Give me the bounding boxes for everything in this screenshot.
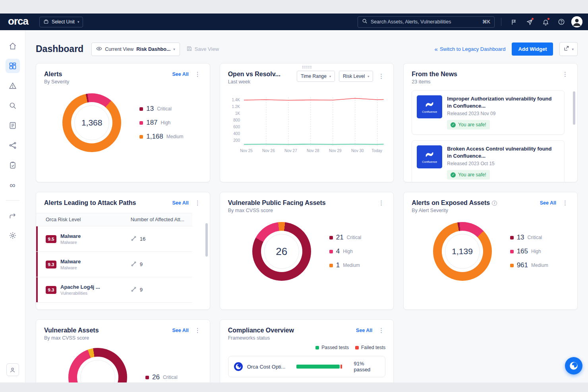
save-view-button[interactable]: Save View bbox=[186, 46, 219, 53]
sidebar-item-inventory[interactable] bbox=[6, 118, 20, 133]
widget-menu-icon[interactable]: ⋮ bbox=[377, 327, 385, 334]
scrollbar[interactable] bbox=[573, 91, 575, 125]
current-view-selector[interactable]: Current View Risk Dashbo... ▾ bbox=[91, 42, 180, 56]
see-all-link[interactable]: See All bbox=[540, 200, 556, 206]
legend-item-high[interactable]: 165High bbox=[510, 247, 548, 255]
time-range-select[interactable]: Time Range ▾ bbox=[297, 71, 335, 82]
widget-subtitle: By max CVSS score bbox=[44, 335, 99, 341]
widget-title: Alerts bbox=[44, 71, 69, 78]
legend-item-high[interactable]: 187High bbox=[139, 119, 183, 127]
framework-row[interactable]: Orca Cost Opti... 91% passed bbox=[228, 356, 386, 377]
legend-item-medium[interactable]: 1Medium bbox=[329, 261, 362, 269]
double-chevron-left-icon: « bbox=[435, 46, 438, 52]
y-tick: 600 bbox=[233, 125, 240, 129]
widget-menu-icon[interactable]: ⋮ bbox=[561, 199, 569, 207]
legend-item-critical[interactable]: 21Critical bbox=[329, 234, 362, 241]
sidebar-item-search[interactable] bbox=[6, 98, 20, 113]
medium-swatch bbox=[510, 264, 514, 267]
sidebar-item-settings[interactable] bbox=[6, 228, 20, 243]
sidebar-item-home[interactable] bbox=[6, 39, 20, 53]
vulnerable-assets-donut-chart[interactable] bbox=[68, 348, 127, 382]
table-row[interactable]: 9.3 Apache Log4j ... Vulnerabilities 9 bbox=[36, 277, 192, 303]
page-title: Dashboard bbox=[36, 44, 83, 54]
exposed-assets-donut-chart[interactable]: 1,139 bbox=[433, 222, 492, 281]
table-row[interactable]: 9.5 Malware Malware 16 bbox=[36, 226, 192, 252]
export-button[interactable]: ▾ bbox=[559, 42, 578, 56]
framework-name: Orca Cost Opti... bbox=[247, 364, 290, 370]
x-tick: Nov 25 bbox=[240, 149, 253, 153]
legend-item-critical[interactable]: 13Critical bbox=[510, 234, 548, 241]
widget-title: Compliance Overview bbox=[228, 327, 294, 334]
send-icon[interactable] bbox=[524, 16, 536, 28]
add-widget-button[interactable]: Add Widget bbox=[512, 42, 553, 56]
notification-dot bbox=[531, 17, 534, 20]
orca-assistant-button[interactable] bbox=[565, 357, 582, 375]
news-title: Broken Access Control vulnerability foun… bbox=[447, 145, 554, 159]
bell-icon[interactable] bbox=[540, 16, 551, 28]
search-shortcut: ⌘K bbox=[482, 19, 490, 25]
widget-menu-icon[interactable]: ⋮ bbox=[193, 71, 202, 78]
global-search[interactable]: ⌘K bbox=[358, 16, 495, 28]
see-all-link[interactable]: See All bbox=[172, 200, 188, 206]
sidebar-item-attack-paths[interactable] bbox=[6, 138, 20, 153]
widget-menu-icon[interactable]: ⋮ bbox=[561, 71, 569, 78]
scrollbar[interactable] bbox=[205, 223, 208, 257]
check-circle-icon: ✓ bbox=[451, 122, 456, 127]
risk-level-select[interactable]: Risk Level ▾ bbox=[339, 71, 373, 82]
widget-menu-icon[interactable]: ⋮ bbox=[377, 199, 385, 207]
legend-item-critical[interactable]: 26Critical bbox=[145, 373, 178, 381]
sidebar-item-alerts[interactable] bbox=[6, 79, 20, 93]
sidebar-item-integrations[interactable] bbox=[6, 209, 20, 223]
news-title: Improper Authorization vulnerability fou… bbox=[447, 95, 554, 109]
select-unit-button[interactable]: Select Unit ▾ bbox=[39, 17, 83, 27]
info-icon[interactable]: i bbox=[492, 201, 497, 206]
avatar[interactable] bbox=[571, 16, 582, 27]
open-series-line bbox=[244, 98, 384, 100]
widget-drag-handle[interactable] bbox=[302, 66, 311, 69]
see-all-link[interactable]: See All bbox=[172, 71, 188, 77]
widget-menu-icon[interactable]: ⋮ bbox=[193, 327, 202, 334]
confluence-logo: Confluence bbox=[417, 95, 442, 118]
open-resolved-line-chart[interactable]: 1.4K 1.2K 1K 800 600 400 200 bbox=[228, 90, 386, 157]
legend-item-critical[interactable]: 13Critical bbox=[139, 105, 183, 113]
failed-swatch bbox=[355, 346, 359, 350]
see-all-link[interactable]: See All bbox=[172, 328, 188, 333]
column-header[interactable]: Number of Affected Att... bbox=[131, 217, 192, 222]
sidebar-item-shift-left[interactable]: ∞ bbox=[6, 178, 20, 192]
widget-vulnerable-assets: Vulnerable Assets By max CVSS score See … bbox=[36, 319, 210, 382]
flag-icon[interactable] bbox=[508, 16, 520, 28]
notification-dot bbox=[547, 17, 550, 20]
frame-bottom bbox=[0, 382, 588, 392]
search-input[interactable] bbox=[371, 19, 479, 25]
y-tick: 400 bbox=[233, 131, 240, 136]
widget-menu-icon[interactable]: ⋮ bbox=[377, 73, 385, 80]
high-swatch bbox=[510, 250, 514, 253]
news-item[interactable]: Confluence Broken Access Control vulnera… bbox=[412, 140, 565, 182]
sidebar-item-user-settings[interactable] bbox=[6, 363, 19, 376]
unit-icon bbox=[43, 19, 49, 25]
news-item[interactable]: Confluence Improper Authorization vulner… bbox=[412, 90, 565, 135]
chevron-down-icon: ▾ bbox=[77, 20, 79, 24]
legend-failed: Failed tests bbox=[355, 345, 385, 350]
legend-item-medium[interactable]: 961Medium bbox=[510, 261, 548, 269]
sidebar-item-dashboard[interactable] bbox=[6, 59, 20, 73]
legend-item-medium[interactable]: 1,168Medium bbox=[139, 133, 183, 141]
help-icon[interactable] bbox=[555, 16, 567, 28]
switch-legacy-link[interactable]: « Switch to Legacy Dashboard bbox=[435, 46, 506, 52]
public-facing-donut-chart[interactable]: 26 bbox=[252, 222, 311, 281]
x-tick: Nov 27 bbox=[284, 149, 297, 153]
alerts-donut-chart[interactable]: 1,368 bbox=[62, 93, 121, 152]
widget-exposed-assets: Alerts on Exposed Assetsi By Alert Sever… bbox=[403, 192, 578, 310]
widget-menu-icon[interactable]: ⋮ bbox=[193, 199, 202, 207]
table-row[interactable]: 9.3 Malware Malware 9 bbox=[36, 252, 192, 277]
sidebar-item-compliance[interactable] bbox=[6, 158, 20, 172]
high-swatch bbox=[139, 121, 143, 125]
see-all-link[interactable]: See All bbox=[356, 328, 372, 333]
nav-divider bbox=[501, 18, 501, 26]
donut-total: 26 bbox=[276, 245, 287, 258]
legend-item-high[interactable]: 4High bbox=[329, 247, 362, 255]
column-header[interactable]: Orca Risk Level bbox=[46, 217, 131, 222]
widget-title: Vulnerable Public Facing Assets bbox=[228, 199, 326, 207]
confluence-logo: Confluence bbox=[417, 145, 442, 168]
widget-subtitle: Last week bbox=[228, 79, 280, 85]
